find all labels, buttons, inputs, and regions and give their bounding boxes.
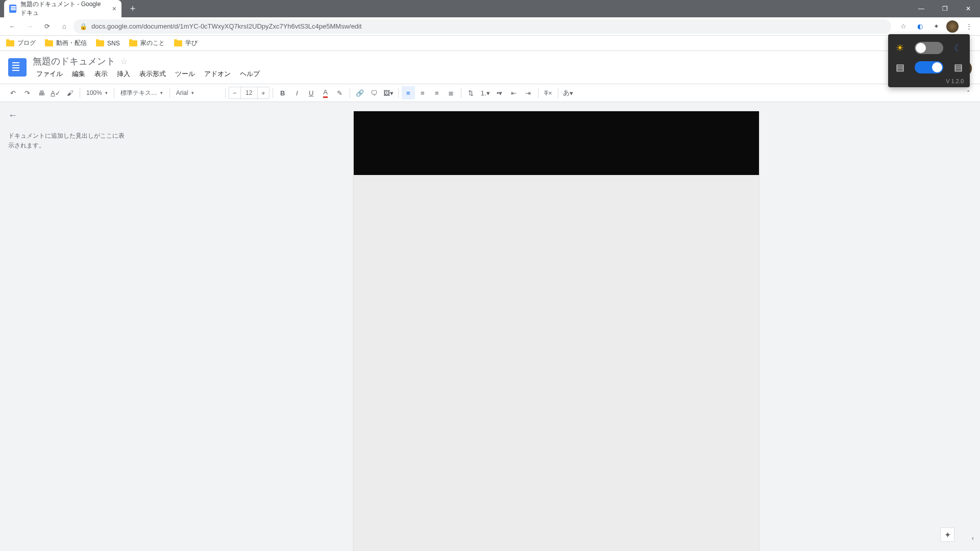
align-center-button[interactable]: ≡	[416, 86, 429, 99]
docs-header: 無題のドキュメント ☆ ファイル 編集 表示 挿入 表示形式 ツール アドオン …	[0, 51, 980, 84]
extension-dark-icon[interactable]: ◐	[913, 19, 927, 34]
extensions-puzzle-icon[interactable]: ✦	[929, 19, 943, 34]
bold-button[interactable]: B	[276, 86, 289, 99]
folder-icon	[6, 40, 14, 46]
nav-forward-button[interactable]: →	[21, 18, 38, 35]
clear-formatting-button[interactable]: T×	[542, 86, 555, 99]
paragraph-style-select[interactable]: 標準テキス…	[117, 86, 166, 99]
paint-format-button[interactable]: 🖌	[63, 86, 77, 99]
bookmark-folder[interactable]: 動画・配信	[45, 39, 87, 47]
menu-addons[interactable]: アドオン	[201, 68, 234, 80]
document-page[interactable]	[354, 111, 759, 551]
underline-button[interactable]: U	[305, 86, 318, 99]
side-panel-toggle[interactable]: ‹	[972, 535, 974, 542]
address-bar-row: ← → ⟳ ⌂ 🔒 docs.google.com/document/d/1mY…	[0, 17, 980, 36]
font-size-value[interactable]: 12	[240, 87, 258, 98]
bookmark-folder[interactable]: 家のこと	[129, 39, 165, 47]
folder-icon	[96, 40, 104, 46]
profile-avatar[interactable]	[945, 19, 960, 34]
url-text: docs.google.com/document/d/1mYC-0cTWxyXQ…	[91, 22, 362, 30]
menu-bar: ファイル 編集 表示 挿入 表示形式 ツール アドオン ヘルプ	[33, 68, 263, 80]
close-tab-icon[interactable]: ×	[112, 5, 116, 13]
window-controls: — ❐ ✕	[910, 0, 980, 17]
workspace: ← ドキュメントに追加した見出しがここに表示されます。	[0, 102, 980, 551]
input-tools-button[interactable]: あ▾	[561, 86, 575, 99]
nav-back-button[interactable]: ←	[4, 18, 20, 35]
new-tab-button[interactable]: +	[126, 2, 140, 16]
document-title[interactable]: 無題のドキュメント	[33, 55, 115, 67]
minimize-button[interactable]: —	[910, 0, 933, 17]
line-spacing-button[interactable]: ⇅	[464, 86, 478, 99]
home-button[interactable]: ⌂	[56, 18, 72, 35]
docs-toolbar: ↶ ↷ 🖶 A✓ 🖌 100% 標準テキス… Arial − 12 + B I …	[0, 84, 980, 102]
font-select[interactable]: Arial	[173, 86, 222, 99]
extension-popup: ☀ ☾ ▤ ▤ V 1.2.0	[888, 34, 970, 87]
lock-icon: 🔒	[80, 23, 87, 30]
chrome-menu-button[interactable]: ⋮	[962, 19, 976, 34]
explore-button[interactable]: ✦	[940, 528, 954, 542]
text-color-button[interactable]: A	[319, 86, 332, 99]
bookmark-folder[interactable]: SNS	[96, 40, 120, 47]
page-light-icon: ▤	[894, 62, 905, 73]
collapse-toolbar-button[interactable]: ˄	[962, 86, 975, 99]
undo-button[interactable]: ↶	[6, 86, 19, 99]
browser-titlebar: 無題のドキュメント - Google ドキュ × + — ❐ ✕	[0, 0, 980, 17]
increase-indent-button[interactable]: ⇥	[522, 86, 535, 99]
browser-tab[interactable]: 無題のドキュメント - Google ドキュ ×	[4, 0, 121, 17]
align-left-button[interactable]: ≡	[402, 86, 415, 99]
outline-panel: ← ドキュメントに追加した見出しがここに表示されます。	[0, 102, 133, 551]
align-right-button[interactable]: ≡	[430, 86, 444, 99]
extension-version: V 1.2.0	[894, 78, 964, 84]
insert-link-button[interactable]: 🔗	[353, 86, 366, 99]
document-canvas[interactable]	[133, 102, 980, 551]
docs-logo-icon[interactable]	[8, 58, 27, 77]
maximize-button[interactable]: ❐	[933, 0, 957, 17]
bulleted-list-button[interactable]: •▾	[493, 86, 506, 99]
docs-favicon-icon	[9, 5, 16, 13]
folder-icon	[174, 40, 182, 46]
bookmark-folder[interactable]: ブログ	[6, 39, 36, 47]
redo-button[interactable]: ↷	[20, 86, 34, 99]
menu-edit[interactable]: 編集	[68, 68, 89, 80]
outline-empty-hint: ドキュメントに追加した見出しがここに表示されます。	[8, 131, 125, 151]
outline-collapse-icon[interactable]: ←	[8, 110, 17, 121]
dark-mode-toggle[interactable]	[915, 42, 943, 54]
menu-tools[interactable]: ツール	[172, 68, 199, 80]
align-justify-button[interactable]: ≣	[445, 86, 458, 99]
tab-title: 無題のドキュメント - Google ドキュ	[20, 0, 108, 17]
folder-icon	[129, 40, 137, 46]
decrease-indent-button[interactable]: ⇤	[507, 86, 521, 99]
reload-button[interactable]: ⟳	[39, 18, 55, 35]
font-size-control: − 12 +	[229, 87, 270, 99]
menu-insert[interactable]: 挿入	[113, 68, 134, 80]
folder-icon	[45, 40, 53, 46]
menu-file[interactable]: ファイル	[33, 68, 66, 80]
menu-view[interactable]: 表示	[91, 68, 111, 80]
menu-format[interactable]: 表示形式	[136, 68, 169, 80]
bookmark-folder[interactable]: 学び	[174, 39, 198, 47]
print-button[interactable]: 🖶	[35, 86, 48, 99]
close-window-button[interactable]: ✕	[957, 0, 980, 17]
font-size-decrease[interactable]: −	[229, 89, 240, 97]
star-icon[interactable]: ☆	[120, 57, 128, 66]
numbered-list-button[interactable]: 1.▾	[479, 86, 492, 99]
spellcheck-button[interactable]: A✓	[49, 86, 62, 99]
moon-icon: ☾	[952, 42, 964, 54]
layout-toggle[interactable]	[915, 61, 943, 73]
font-size-increase[interactable]: +	[258, 89, 269, 97]
sun-icon: ☀	[894, 42, 905, 54]
menu-help[interactable]: ヘルプ	[236, 68, 263, 80]
bookmarks-bar: ブログ 動画・配信 SNS 家のこと 学び	[0, 36, 980, 51]
page-dark-icon: ▤	[952, 62, 964, 73]
address-bar[interactable]: 🔒 docs.google.com/document/d/1mYC-0cTWxy…	[74, 19, 891, 34]
italic-button[interactable]: I	[290, 86, 304, 99]
page-header-block	[354, 111, 759, 175]
bookmark-star-icon[interactable]: ☆	[896, 19, 911, 34]
highlight-button[interactable]: ✎	[333, 86, 347, 99]
add-comment-button[interactable]: 🗨	[368, 86, 381, 99]
insert-image-button[interactable]: 🖼▾	[382, 86, 395, 99]
zoom-select[interactable]: 100%	[83, 86, 111, 99]
